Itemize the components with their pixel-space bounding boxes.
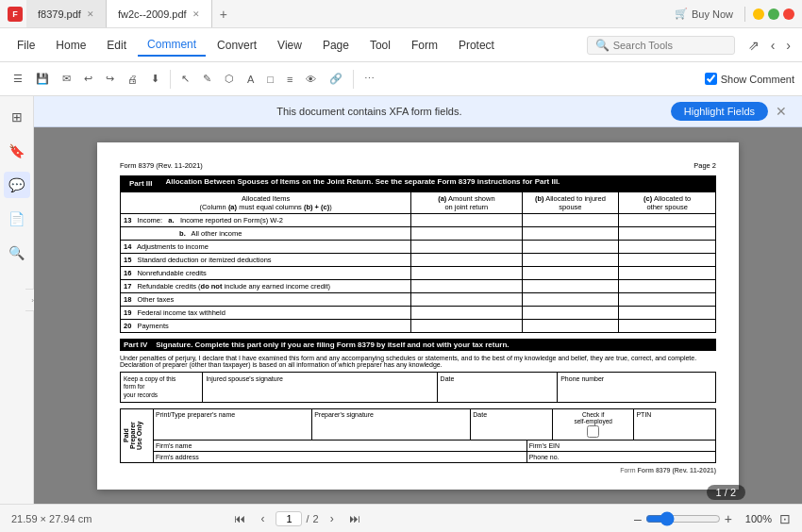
fit-page-button[interactable]: ⊡ <box>779 511 791 526</box>
toolbar-list-icon[interactable]: ≡ <box>281 71 298 88</box>
maximize-button[interactable] <box>768 8 779 20</box>
new-tab-button[interactable]: + <box>212 0 235 27</box>
toolbar-cursor-icon[interactable]: ↖ <box>175 70 195 88</box>
page-number-input[interactable] <box>276 511 302 526</box>
toolbar-shape-icon[interactable]: ⬡ <box>219 70 240 88</box>
menu-home[interactable]: Home <box>46 35 95 56</box>
menu-tool[interactable]: Tool <box>360 35 400 56</box>
part-iv-label: Part IV <box>124 341 147 349</box>
row-17-colc <box>619 280 716 293</box>
spouse-sig-label: Injured spouse's signature <box>206 375 283 382</box>
menu-convert[interactable]: Convert <box>208 35 266 56</box>
toolbar-print-icon[interactable]: 🖨 <box>122 71 143 88</box>
toolbar-text-icon[interactable]: A <box>242 71 259 88</box>
tab-bar: f8379.pdf ✕ fw2c--2009.pdf ✕ + <box>26 0 346 27</box>
toolbar-email-icon[interactable]: ✉ <box>57 70 76 88</box>
search-icon: 🔍 <box>595 39 610 52</box>
buy-now-area: 🛒 Buy Now <box>675 8 733 20</box>
minimize-button[interactable] <box>753 8 764 20</box>
window-controls <box>753 8 794 20</box>
toolbar-rect-icon[interactable]: □ <box>261 71 279 88</box>
menu-protect[interactable]: Protect <box>449 35 504 56</box>
zoom-slider[interactable] <box>645 511 721 526</box>
toolbar-dropdown-icon[interactable]: ⬇ <box>145 70 165 88</box>
main-content: This document contains XFA form fields. … <box>34 96 802 504</box>
prev-page-button[interactable]: ‹ <box>253 509 272 528</box>
menu-form[interactable]: Form <box>402 35 447 56</box>
menu-edit[interactable]: Edit <box>97 35 136 56</box>
tab-f8379[interactable]: f8379.pdf ✕ <box>26 0 107 27</box>
next-page-button[interactable]: › <box>323 509 342 528</box>
toolbar-undo-icon[interactable]: ↩ <box>78 70 98 88</box>
zoom-out-button[interactable]: – <box>634 511 642 526</box>
row-16-cola <box>411 267 522 280</box>
row-15-colc <box>619 254 716 267</box>
spouse-sig-cell: Injured spouse's signature <box>203 373 437 402</box>
share-icon[interactable]: ⇗ <box>744 36 763 55</box>
sidebar-bookmarks-icon[interactable]: 🔖 <box>4 138 30 164</box>
row-15-cola <box>411 254 522 267</box>
row-15-label: 15 Standard deduction or itemized deduct… <box>121 254 411 267</box>
row-18-label: 18 Other taxes <box>121 293 411 307</box>
show-comment-label: Show Comment <box>721 74 794 85</box>
row-20-colb <box>522 320 619 333</box>
part-iii-header: Part III Allocation Between Spouses of I… <box>120 175 716 191</box>
buy-now-label[interactable]: Buy Now <box>692 8 733 20</box>
part-iii-label: Part III <box>124 177 158 190</box>
pdf-page: Form 8379 (Rev. 11-2021) Page 2 Part III… <box>97 142 739 490</box>
left-sidebar: ⊞ 🔖 💬 📄 🔍 › <box>0 96 34 504</box>
close-button[interactable] <box>783 8 794 20</box>
notification-close-icon[interactable]: ✕ <box>776 104 787 119</box>
sidebar-pages-icon[interactable]: 📄 <box>4 206 30 232</box>
row-17: 17 Refundable credits (do not include an… <box>121 280 716 293</box>
toolbar-eye-icon[interactable]: 👁 <box>300 71 322 88</box>
tab-fw2c[interactable]: fw2c--2009.pdf ✕ <box>107 0 212 27</box>
row-19-colb <box>522 307 619 320</box>
row-13b: b. All other income <box>121 227 716 241</box>
row-13a-colb <box>522 214 619 227</box>
last-page-button[interactable]: ⏭ <box>345 509 364 528</box>
sidebar-thumbnails-icon[interactable]: ⊞ <box>4 104 30 130</box>
row-15: 15 Standard deduction or itemized deduct… <box>121 254 716 267</box>
menu-comment[interactable]: Comment <box>138 34 206 57</box>
back-icon[interactable]: ‹ <box>767 36 779 55</box>
toolbar-link-icon[interactable]: 🔗 <box>324 70 348 88</box>
show-comment-checkbox[interactable] <box>705 73 717 85</box>
first-page-button[interactable]: ⏮ <box>230 509 249 528</box>
menu-page[interactable]: Page <box>313 35 359 56</box>
highlight-fields-button[interactable]: Highlight Fields <box>671 102 768 121</box>
toolbar-sep-2 <box>353 70 354 89</box>
sidebar-search-icon[interactable]: 🔍 <box>4 240 30 266</box>
forward-icon[interactable]: › <box>782 36 794 55</box>
page-separator: / <box>306 513 309 524</box>
close-tab-icon[interactable]: ✕ <box>87 9 94 19</box>
toolbar-redo-icon[interactable]: ↪ <box>100 70 120 88</box>
search-tools-box[interactable]: 🔍 <box>587 36 735 55</box>
keep-copy-label: Keep a copy of thisform foryour records <box>124 375 199 399</box>
toolbar-save-icon[interactable]: 💾 <box>30 70 55 88</box>
close-tab-icon[interactable]: ✕ <box>192 9 200 19</box>
col-items-header: Allocated Items(Column (a) must equal co… <box>121 192 411 214</box>
row-19: 19 Federal income tax withheld <box>121 307 716 320</box>
tab-label: f8379.pdf <box>38 8 81 20</box>
print-name-cell: Print/Type preparer's name <box>154 409 312 440</box>
toolbar-pen-icon[interactable]: ✎ <box>197 70 217 88</box>
part-iv-title: Signature. Complete this part only if yo… <box>156 341 509 349</box>
document-dimensions: 21.59 × 27.94 cm <box>11 513 92 524</box>
preparer-sig-cell: Preparer's signature <box>312 409 471 440</box>
show-comment-area: Show Comment <box>705 73 794 85</box>
toolbar-menu-icon[interactable]: ☰ <box>8 70 28 88</box>
row-14-label: 14 Adjustments to income <box>121 241 411 254</box>
menu-file[interactable]: File <box>8 35 44 56</box>
zoom-in-button[interactable]: + <box>725 511 732 526</box>
page-header: Form 8379 (Rev. 11-2021) Page 2 <box>120 161 716 170</box>
toolbar-more-icon[interactable]: ⋯ <box>359 70 380 88</box>
phone-cell: Phone number <box>558 373 715 402</box>
paid-preparer-section: PaidPreparerUse Only Print/Type preparer… <box>120 408 716 463</box>
row-19-cola <box>411 307 522 320</box>
sidebar-comments-icon[interactable]: 💬 <box>4 172 30 198</box>
self-employed-checkbox[interactable] <box>587 425 599 438</box>
menu-view[interactable]: View <box>268 35 311 56</box>
col-a-header: (a) Amount shownon joint return <box>411 192 522 214</box>
search-tools-input[interactable] <box>613 40 727 51</box>
